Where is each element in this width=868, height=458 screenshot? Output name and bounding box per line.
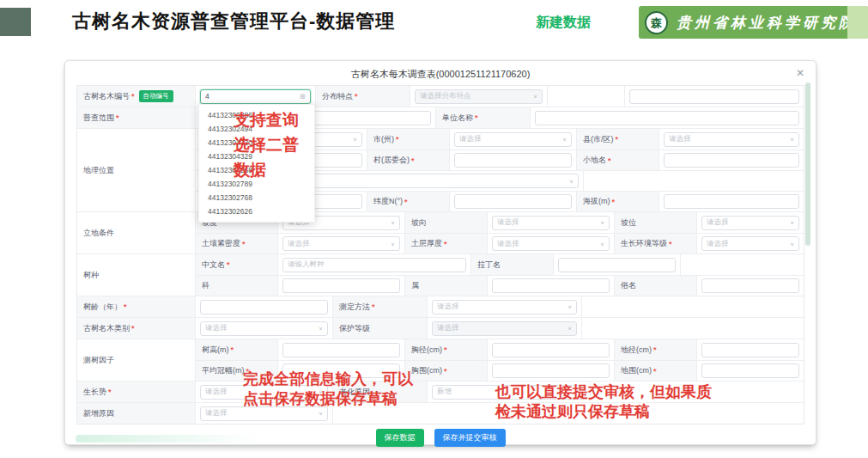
ground-girth-input-cell (697, 361, 804, 381)
slope-position-label: 坡位 (615, 212, 697, 233)
family-input[interactable] (282, 278, 400, 293)
soil-compactness-select-cell: 请选择∨ (278, 234, 405, 253)
form-row: 中文名*请输入树种拉丁名 (196, 254, 804, 275)
dbh-label: 胸径(cm)* (405, 339, 488, 360)
org-logo-icon: 森 (645, 11, 668, 34)
unit-name-input-cell (531, 107, 804, 128)
family-label: 科 (196, 276, 278, 296)
org-badge: 森 贵州省林业科学研究院 (639, 6, 868, 39)
dbh-input[interactable] (492, 343, 610, 357)
empty-cell (681, 254, 804, 275)
chinese-name-input[interactable]: 请输入树种 (282, 258, 466, 272)
slope-position-select[interactable]: 请选择∨ (701, 216, 799, 230)
annotation-submit-tip: 也可以直接提交审核，但如果质 检未通过则只保存草稿 (495, 382, 712, 422)
soil-depth-select[interactable]: 请选择∨ (492, 236, 610, 251)
chevron-down-icon: ∨ (564, 326, 572, 331)
tree-age-label: 树龄（年）* (77, 296, 196, 317)
locality-label: 小地名* (577, 150, 659, 170)
dropdown-option[interactable]: 44132302768 (199, 191, 314, 205)
chevron-down-icon: ∨ (349, 137, 357, 142)
unlabeled-input-1[interactable] (629, 89, 799, 104)
site-condition-label: 立地条件 (77, 212, 196, 253)
chevron-down-icon: ∨ (530, 94, 537, 99)
village-input[interactable] (454, 153, 572, 168)
method-select[interactable]: 请选择∨ (432, 300, 577, 314)
aspect-select-cell: 请选择∨ (488, 212, 615, 233)
ground-diameter-input[interactable] (701, 343, 799, 357)
annotation-line: 数据 (234, 157, 299, 182)
dist-feature-select[interactable]: 请选择分布特点∨ (415, 89, 543, 104)
genus-input[interactable] (492, 278, 610, 293)
dist-feature-select-cell: 请选择分布特点∨ (410, 86, 548, 107)
latitude-input[interactable] (454, 194, 572, 209)
protection-label: 保护等级 (333, 318, 428, 339)
corner-block (0, 8, 31, 36)
ground-girth-label: 地围(cm)* (615, 361, 697, 381)
form-row: 科属俗名 (196, 275, 804, 296)
altitude-input[interactable] (664, 194, 799, 209)
annotation-query-tip: 支持查询 选择二普 数据 (234, 107, 299, 182)
clear-icon[interactable]: ⊗ (299, 92, 306, 101)
tree-height-input[interactable] (282, 343, 400, 357)
category-select[interactable]: 请选择∨ (200, 321, 328, 336)
save-button[interactable]: 保存数据 (376, 429, 424, 447)
growth-env-select[interactable]: 请选择∨ (701, 236, 799, 251)
common-name-input[interactable] (701, 278, 799, 293)
genus-label: 属 (405, 276, 488, 296)
tree-id-input[interactable]: 4⊗ (200, 89, 311, 104)
chest-girth-label: 胸围(cm)* (405, 361, 488, 381)
family-input-cell (278, 276, 405, 296)
add-reason-label: 新增原因 (77, 403, 196, 424)
chest-girth-input[interactable] (492, 363, 610, 378)
annotation-line: 也可以直接提交审核，但如果质 (495, 382, 712, 402)
aspect-select[interactable]: 请选择∨ (492, 216, 610, 230)
chest-girth-input-cell (488, 361, 615, 381)
protection-select-cell: 请选择∨ (428, 318, 582, 339)
empty-cell (582, 296, 804, 317)
annotation-line: 完成全部信息输入，可以 (243, 369, 413, 389)
soil-compactness-select[interactable]: 请选择∨ (282, 236, 400, 251)
chevron-down-icon: ∨ (597, 241, 604, 246)
soil-depth-label: 土层厚度* (405, 234, 488, 253)
soil-compactness-label: 土壤紧密度* (196, 234, 278, 253)
auto-number-badge[interactable]: 自动编号 (139, 90, 173, 102)
city-label: 市(州)* (367, 129, 450, 150)
empty-cell (582, 318, 804, 339)
ground-girth-input[interactable] (701, 363, 799, 378)
tree-id-label: 古树名木编号*自动编号 (77, 86, 196, 107)
submit-button[interactable]: 保存并提交审核 (434, 429, 506, 447)
unit-name-input[interactable] (535, 111, 799, 125)
city-select-cell: 请选择∨ (450, 129, 577, 150)
latitude-label: 纬度N(°)* (367, 192, 450, 211)
growth-vigor-label: 生长势* (77, 382, 196, 402)
empty-cell (584, 171, 804, 191)
close-icon[interactable]: ✕ (796, 67, 804, 79)
chevron-down-icon: ∨ (566, 178, 574, 183)
category-label: 古树名木类别* (77, 318, 196, 339)
age-input[interactable] (200, 300, 328, 314)
aspect-label: 坡向 (405, 212, 488, 233)
measure-factor-label: 测树因子 (77, 339, 196, 381)
ground-diameter-label: 地径(cm)* (615, 339, 697, 360)
annotation-line: 检未通过则只保存草稿 (495, 402, 712, 422)
chevron-down-icon: ∨ (387, 220, 395, 225)
locality-input[interactable] (664, 153, 799, 168)
altitude-input-cell (659, 192, 804, 211)
chevron-down-icon: ∨ (786, 137, 794, 142)
chinese-name-input-cell: 请输入树种 (278, 254, 471, 275)
new-data-label[interactable]: 新建数据 (536, 14, 591, 32)
city-select[interactable]: 请选择∨ (454, 132, 572, 147)
org-badge-cap (847, 6, 868, 39)
form-row: 请选择∨保护等级请选择∨ (196, 318, 804, 339)
village-label: 村(居委会)* (367, 150, 450, 170)
dropdown-option[interactable]: 44132302626 (199, 205, 314, 218)
tree-height-label: 树高(m)* (196, 339, 278, 360)
county-select[interactable]: 请选择∨ (664, 132, 799, 147)
protection-select[interactable]: 请选择∨ (432, 321, 577, 336)
age-input-cell (196, 296, 333, 317)
annotation-line: 选择二普 (234, 132, 299, 157)
org-name: 贵州省林业科学研究院 (677, 13, 857, 33)
scrollbar-thumb[interactable] (805, 82, 810, 246)
annotation-line: 支持查询 (234, 107, 299, 132)
latin-name-input[interactable] (558, 258, 676, 272)
